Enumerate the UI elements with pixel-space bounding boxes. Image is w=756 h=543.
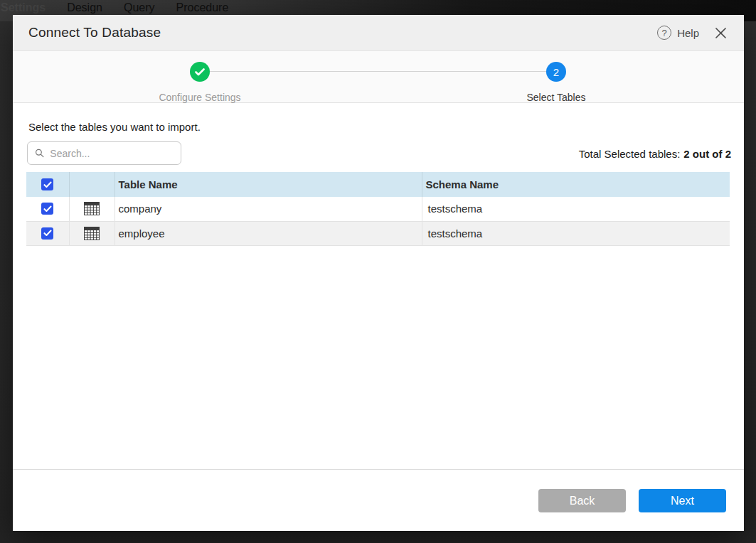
back-button[interactable]: Back: [538, 489, 626, 512]
background-nav-procedure: Procedure: [176, 1, 229, 14]
step-1-label: Configure Settings: [159, 92, 240, 103]
schema-name-cell: testschema: [422, 221, 730, 245]
summary-label: Total Selected tables:: [579, 148, 681, 160]
schema-name-column-header: Schema Name: [422, 172, 730, 197]
check-icon: [43, 230, 52, 237]
check-icon: [43, 205, 52, 213]
table-row[interactable]: employee testschema: [26, 221, 730, 245]
select-all-checkbox[interactable]: [41, 178, 53, 190]
stepper-connector-line: [200, 71, 556, 72]
wizard-stepper: 2 Configure Settings Select Tables: [13, 51, 744, 103]
selected-tables-summary: Total Selected tables:2 out of 2: [579, 148, 731, 160]
background-nav-design: Design: [67, 1, 102, 14]
help-button[interactable]: ? Help: [657, 26, 699, 40]
tables-list: Table Name Schema Name: [26, 172, 730, 246]
step-2-indicator[interactable]: 2: [546, 62, 566, 82]
help-label: Help: [677, 27, 699, 39]
check-icon: [195, 68, 205, 76]
dialog-title: Connect To Database: [28, 25, 161, 41]
search-box[interactable]: [27, 141, 181, 165]
dialog-titlebar: Connect To Database ? Help: [13, 15, 744, 51]
footer-divider: [13, 469, 744, 470]
icon-column-header: [69, 172, 115, 197]
schema-name-cell: testschema: [422, 197, 730, 221]
row-checkbox[interactable]: [41, 203, 53, 215]
table-name-cell: company: [115, 197, 422, 221]
search-input[interactable]: [50, 148, 174, 159]
instruction-text: Select the tables you want to import.: [28, 121, 201, 133]
background-nav-query: Query: [124, 1, 155, 14]
table-icon: [84, 202, 100, 215]
step-2-label: Select Tables: [526, 92, 585, 103]
table-name-column-header: Table Name: [115, 172, 422, 197]
check-icon: [43, 181, 52, 188]
close-button[interactable]: [715, 27, 727, 39]
summary-value: 2 out of 2: [683, 148, 731, 160]
connect-to-database-dialog: Connect To Database ? Help 2 Configure S…: [13, 15, 744, 531]
background-nav-settings: Settings: [1, 1, 46, 14]
table-name-cell: employee: [115, 221, 422, 245]
table-icon: [84, 227, 100, 240]
close-icon: [715, 27, 727, 39]
help-icon: ?: [657, 26, 671, 40]
step-1-indicator[interactable]: [190, 62, 210, 82]
table-header-row: Table Name Schema Name: [26, 172, 730, 197]
search-icon: [35, 148, 44, 158]
next-button[interactable]: Next: [639, 489, 726, 512]
table-row[interactable]: company testschema: [26, 197, 730, 221]
row-checkbox[interactable]: [41, 227, 53, 240]
